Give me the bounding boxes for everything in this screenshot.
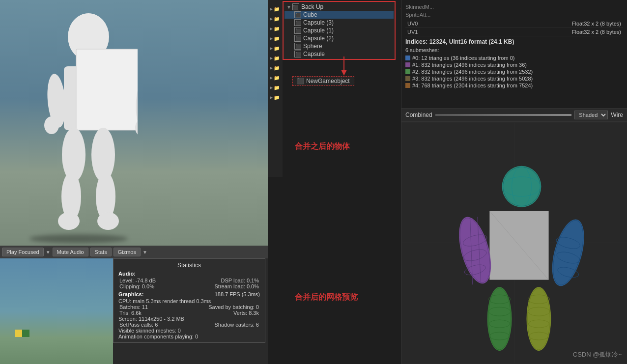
folder-item[interactable]: ▶📁 — [268, 63, 283, 73]
stream-load-stat: Stream load: 0.0% — [215, 283, 259, 289]
tree-item-capsule3[interactable]: ⬛ Capsule (3) — [285, 19, 394, 27]
cube-icon: ⬛ — [294, 35, 301, 42]
wire-label: Wire — [611, 112, 623, 118]
cpu-stat: CPU: main 5.3ms render thread 0.3ms — [118, 298, 260, 304]
tree-item-cube[interactable]: ⬛ Cube — [285, 11, 394, 19]
hierarchy-box: ▼ ⬛ Back Up ⬛ Cube ⬛ Capsule (3) ⬛ Capsu… — [283, 1, 396, 60]
uv0-label: UV0 — [407, 21, 418, 27]
capsule2-label: Capsule (2) — [303, 35, 334, 42]
capsule1-label: Capsule (1) — [303, 27, 334, 34]
tree-item-capsule2[interactable]: ⬛ Capsule (2) — [285, 34, 394, 42]
cube-icon: ⬛ — [294, 11, 301, 18]
svg-point-21 — [502, 166, 542, 207]
submesh-4: #4: 768 triangles (2304 indices starting… — [405, 83, 623, 88]
annotation-after-merge: 合并之后的物体 — [295, 141, 350, 152]
cube-icon: ⬛ — [292, 3, 299, 10]
submesh-2: #2: 832 triangles (2496 indices starting… — [405, 69, 623, 75]
uv1-label: UV1 — [407, 29, 418, 35]
submesh-3-text: #3: 832 triangles (2496 indices starting… — [412, 76, 533, 82]
game-panel-sky — [0, 258, 113, 364]
color-square — [15, 330, 29, 344]
cube-icon: ⬛ — [294, 27, 301, 34]
submesh-2-text: #2: 832 triangles (2496 indices starting… — [412, 69, 533, 75]
tree-item-capsule[interactable]: ⬛ Capsule — [285, 50, 394, 58]
svg-point-6 — [44, 116, 59, 134]
saved-batching-stat: Saved by batching: 0 — [208, 304, 259, 310]
stats-title: Statistics — [118, 262, 260, 269]
gizmos-dropdown-icon[interactable]: ▼ — [142, 250, 147, 255]
folder-item[interactable]: ▶📁 — [268, 14, 283, 24]
folder-item[interactable]: ▶📁 — [268, 4, 283, 14]
submesh-3: #3: 832 triangles (2496 indices starting… — [405, 76, 623, 82]
chevron-down-icon: ▼ — [286, 4, 291, 10]
new-gameobject-label: NewGameobject — [306, 78, 350, 84]
gizmos-button[interactable]: Gizmos — [114, 248, 141, 256]
setpass-stat: SetPass calls: 6 — [119, 322, 158, 328]
shaded-select[interactable]: Shaded — [574, 111, 608, 119]
viewport-3d[interactable] — [0, 0, 268, 246]
folder-item[interactable]: ▶📁 — [268, 33, 283, 43]
submesh-color-4 — [405, 83, 410, 88]
dropdown-arrow-icon[interactable]: ▼ — [46, 250, 51, 255]
cube-icon: ⬛ — [294, 43, 301, 50]
screen-stat: Screen: 1114x250 - 3.2 MB — [118, 316, 260, 322]
mesh-character-svg — [401, 122, 627, 364]
submesh-color-0 — [405, 56, 410, 60]
clipping-stat: Clipping: 0.0% — [119, 283, 154, 289]
tree-item-capsule1[interactable]: ⬛ Capsule (1) — [285, 27, 394, 34]
character-svg — [39, 10, 138, 236]
batches-stat: Batches: 11 — [119, 304, 148, 310]
folder-item[interactable]: ▶📁 — [268, 53, 283, 63]
submesh-1-text: #1: 832 triangles (2496 indices starting… — [412, 62, 527, 68]
combined-bar: Combined Shaded Wire — [401, 108, 627, 122]
animation-stat: Animation components playing: 0 — [118, 334, 260, 339]
statistics-panel: Statistics Audio: Level: -74.8 dB DSP lo… — [113, 258, 265, 343]
submesh-1: #1: 832 triangles (2496 indices starting… — [405, 62, 623, 68]
backup-label: Back Up — [301, 3, 323, 10]
capsule-label: Capsule — [303, 51, 325, 57]
submesh-color-3 — [405, 76, 410, 81]
uv0-row: UV0 Float32 x 2 (8 bytes) — [405, 20, 623, 28]
stats-button[interactable]: Stats — [90, 248, 112, 256]
combined-label: Combined — [405, 112, 432, 118]
folder-item[interactable]: ▶📁 — [268, 43, 283, 53]
viewport-panel: ⋮ Play Focused ▼ Mute Audio Stats Gizmos… — [0, 0, 268, 364]
cube-icon: ⬛ — [294, 19, 301, 26]
folder-item[interactable]: ▶📁 — [268, 83, 283, 92]
svg-rect-3 — [76, 49, 138, 130]
svg-point-13 — [97, 212, 119, 230]
mesh-info-panel: SkinnedM... SpriteAtt... UV0 Float32 x 2… — [401, 0, 627, 108]
viewport-toolbar: Play Focused ▼ Mute Audio Stats Gizmos ▼ — [0, 246, 268, 258]
visible-skinned-stat: Visible skinned meshes: 0 — [118, 328, 260, 334]
folder-item[interactable]: ▶📁 — [268, 24, 283, 33]
submesh-0: #0: 12 triangles (36 indices starting fr… — [405, 55, 623, 61]
submesh-color-2 — [405, 69, 410, 74]
play-focused-button[interactable]: Play Focused — [2, 248, 44, 256]
folder-item[interactable]: ▶📁 — [268, 73, 283, 83]
tree-item-sphere[interactable]: ⬛ Sphere — [285, 42, 394, 50]
game-panel — [0, 258, 113, 364]
tris-stat: Tris: 6.6k — [119, 310, 142, 316]
submesh-4-text: #4: 768 triangles (2304 indices starting… — [412, 83, 533, 88]
cube-icon: ⬛ — [297, 78, 304, 84]
folder-item[interactable]: ▶📁 — [268, 92, 283, 102]
new-gameobject-item[interactable]: ⬛ NewGameobject — [292, 76, 354, 86]
mesh-preview-panel — [401, 122, 627, 364]
folder-list: ▶📁 ▶📁 ▶📁 ▶📁 ▶📁 ▶📁 ▶📁 ▶📁 ▶📁 ▶📁 — [268, 0, 283, 177]
submesh-0-text: #0: 12 triangles (36 indices starting fr… — [412, 55, 515, 61]
fps-stat: 188.7 FPS (5.3ms) — [215, 291, 260, 297]
csdn-watermark: CSDN @孤烟冷~ — [573, 350, 622, 359]
uv1-row: UV1 Float32 x 2 (8 bytes) — [405, 28, 623, 36]
sphere-label: Sphere — [303, 43, 322, 50]
verts-stat: Verts: 8.3k — [233, 310, 259, 316]
shadow-casters-stat: Shadow casters: 6 — [215, 322, 259, 328]
submesh-count: 6 submeshes: — [405, 47, 623, 53]
right-panel: ▶📁 ▶📁 ▶📁 ▶📁 ▶📁 ▶📁 ▶📁 ▶📁 ▶📁 ▶📁 ▼ ⬛ Back U… — [268, 0, 627, 364]
graphics-label: Graphics: — [118, 291, 143, 297]
cube-icon: ⬛ — [294, 51, 301, 57]
mute-audio-button[interactable]: Mute Audio — [53, 248, 88, 256]
level-stat: Level: -74.8 dB — [119, 278, 156, 283]
svg-point-12 — [58, 212, 80, 230]
tree-item-backup[interactable]: ▼ ⬛ Back Up — [285, 3, 394, 11]
uv0-value: Float32 x 2 (8 bytes) — [572, 21, 621, 27]
